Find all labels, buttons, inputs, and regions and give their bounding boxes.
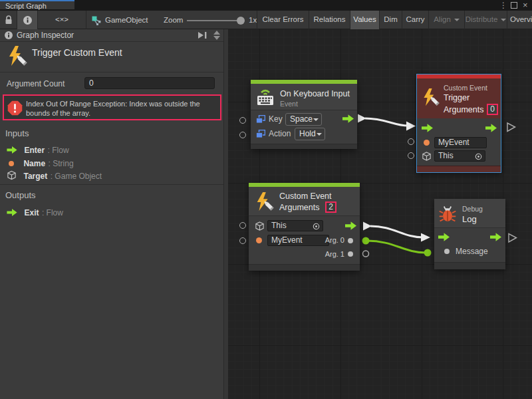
event-name-field[interactable]: MyEvent (434, 137, 487, 148)
port-type: : Flow (42, 208, 63, 217)
flow-input-arrow[interactable] (422, 124, 433, 132)
node-header: Custom Event Arguments 2 (249, 187, 360, 216)
key-dropdown[interactable]: Space (285, 113, 322, 126)
zoom-value: 1x (249, 16, 257, 24)
string-value-icon (256, 237, 262, 243)
node-title: Trigger (444, 93, 469, 102)
node-body: MyEvent This (417, 118, 501, 166)
cube-icon (255, 221, 265, 231)
overview-button[interactable]: Overview (507, 11, 532, 29)
chevron-down-icon (501, 19, 506, 21)
port-type: : Game Object (51, 172, 102, 181)
cube-icon (7, 170, 17, 180)
cube-icon (422, 151, 432, 162)
chevron-down-icon (317, 133, 322, 136)
action-value: Hold (299, 129, 316, 138)
keyboard-input-icon (255, 86, 276, 108)
chevron-down-icon (313, 118, 319, 121)
zoom-slider-handle[interactable] (237, 17, 245, 25)
value-output-dot[interactable] (348, 238, 353, 243)
node-subtitle: Event (280, 100, 298, 108)
port-type: : Flow (48, 146, 69, 155)
divider (0, 72, 223, 72)
value-input-dot[interactable] (444, 249, 450, 254)
port-row-name: Name : String (7, 157, 74, 169)
divider (0, 184, 223, 185)
custom-event-icon (421, 88, 440, 106)
node-debug-log[interactable]: Debug Log Message (434, 199, 505, 269)
key-value: Space (290, 114, 313, 124)
argument-count-input[interactable]: 0 (84, 77, 215, 89)
node-body: Key Space Action Hold (251, 110, 357, 144)
info-icon (5, 31, 13, 39)
target-dropdown[interactable]: This (267, 220, 323, 231)
inputs-section-title: Inputs (5, 128, 29, 138)
node-footer (251, 144, 357, 149)
node-header: Debug Log (434, 199, 505, 228)
scroll-down-icon[interactable] (213, 36, 220, 40)
maximize-icon[interactable] (511, 2, 517, 9)
window-menu-icon[interactable]: ⋮ (499, 0, 507, 11)
clear-errors-button[interactable]: Clear Errors (257, 11, 309, 29)
node-footer (249, 264, 360, 271)
graph-toolbar: <×> GameObject Zoom 1x Clear Errors Rela… (0, 11, 532, 29)
error-message-box: Index Out Of Range Exception: Index was … (3, 94, 221, 120)
code-icon: <×> (55, 15, 68, 23)
node-footer (434, 262, 505, 269)
lock-button[interactable] (0, 11, 17, 29)
value-port-empty[interactable] (408, 152, 414, 159)
close-icon[interactable]: × (523, 0, 528, 11)
tab-script-graph[interactable]: Script Graph (0, 0, 74, 9)
bug-icon (438, 204, 457, 223)
flow-output-arrow[interactable] (345, 221, 356, 230)
value-port-empty[interactable] (239, 117, 246, 124)
node-title: Log (462, 214, 477, 224)
gameobject-reference[interactable]: GameObject (105, 16, 148, 24)
value-port-empty[interactable] (408, 138, 414, 145)
custom-event-icon (254, 192, 274, 211)
relations-button[interactable]: Relations (309, 11, 350, 29)
scroll-up-icon[interactable] (213, 31, 220, 35)
flow-output-arrow[interactable] (490, 233, 501, 241)
node-header: Custom Event Trigger Arguments 0 (417, 78, 501, 118)
node-title: On Keyboard Input (280, 89, 350, 98)
action-dropdown[interactable]: Hold (295, 128, 325, 140)
flow-output-arrow[interactable] (485, 124, 497, 132)
arg0-label: Arg. 0 (321, 236, 344, 244)
values-button[interactable]: Values (350, 11, 379, 29)
inspector-toggle-button[interactable] (17, 11, 37, 29)
value-port-empty[interactable] (239, 237, 246, 244)
node-body: This MyEvent Arg. 0 Arg. 1 (249, 216, 360, 264)
arguments-count-field[interactable]: 2 (325, 201, 336, 213)
node-custom-event[interactable]: Custom Event Arguments 2 This (249, 183, 360, 271)
flow-output-arrow[interactable] (342, 114, 354, 123)
node-body: Message (434, 228, 505, 262)
align-label: Align (434, 15, 451, 23)
window-cascade-icon (256, 130, 265, 138)
key-label: Key (269, 114, 283, 125)
dim-button[interactable]: Dim (380, 11, 402, 29)
panel-scrollbar-track[interactable] (224, 29, 228, 399)
value-output-dot[interactable] (348, 251, 353, 257)
zoom-label: Zoom (164, 16, 183, 24)
node-trigger-custom-event[interactable]: Custom Event Trigger Arguments 0 MyEvent… (416, 74, 501, 173)
arguments-count-field[interactable]: 0 (487, 104, 498, 115)
node-header: On Keyboard Input Event (251, 84, 357, 110)
flow-input-arrow[interactable] (438, 233, 450, 241)
dock-panel-icon[interactable] (198, 31, 208, 39)
object-picker-icon[interactable] (475, 153, 482, 160)
node-footer (417, 166, 501, 172)
zoom-slider-track[interactable] (187, 20, 241, 21)
port-name: Target (23, 172, 47, 181)
node-category: Debug (462, 205, 483, 213)
code-view-button[interactable]: <×> (38, 11, 86, 29)
distribute-dropdown[interactable]: Distribute (465, 11, 507, 29)
carry-button[interactable]: Carry (402, 11, 428, 29)
value-port-empty[interactable] (239, 222, 246, 229)
target-dropdown[interactable]: This (434, 150, 485, 162)
object-picker-icon[interactable] (313, 223, 320, 230)
node-on-keyboard-input[interactable]: On Keyboard Input Event Key Space Action (251, 80, 357, 149)
align-dropdown[interactable]: Align (429, 11, 464, 29)
error-message-text: Index Out Of Range Exception: Index was … (26, 99, 220, 118)
value-port-empty[interactable] (239, 132, 246, 138)
